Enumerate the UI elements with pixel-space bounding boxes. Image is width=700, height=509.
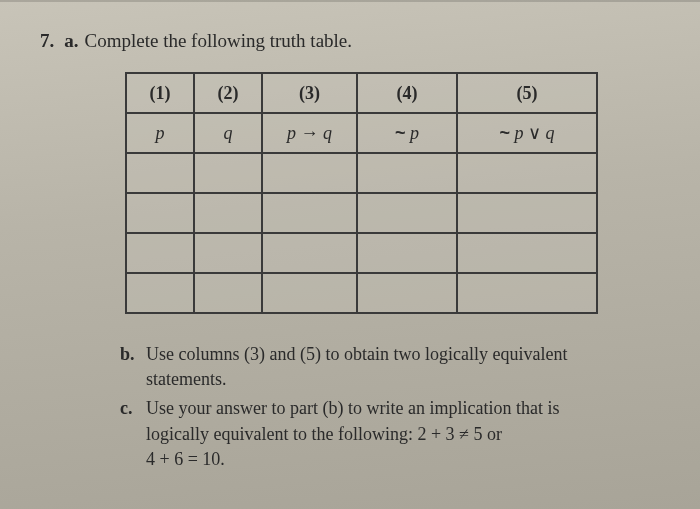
header-col3: (3) (262, 73, 357, 113)
subheader-implies: p → q (262, 113, 357, 153)
cell (262, 193, 357, 233)
cell (262, 233, 357, 273)
part-c: c. Use your answer to part (b) to write … (120, 396, 620, 472)
header-col2: (2) (194, 73, 262, 113)
part-c-line2: 4 + 6 = 10. (146, 449, 225, 469)
question-header: 7. a. Complete the following truth table… (40, 30, 660, 52)
subheader-notp: ~ p (357, 113, 457, 153)
subheader-q: q (194, 113, 262, 153)
cell (262, 153, 357, 193)
cell (357, 193, 457, 233)
part-b-text: Use columns (3) and (5) to obtain two lo… (146, 342, 620, 392)
part-c-text: Use your answer to part (b) to write an … (146, 396, 620, 472)
table-row (126, 193, 597, 233)
truth-table: (1) (2) (3) (4) (5) p q p → q ~ p ~ p ∨ … (125, 72, 598, 314)
cell (357, 233, 457, 273)
header-col1: (1) (126, 73, 194, 113)
table-row (126, 233, 597, 273)
cell (126, 273, 194, 313)
part-a-prompt: Complete the following truth table. (85, 30, 353, 52)
cell (194, 153, 262, 193)
subheader-notporq: ~ p ∨ q (457, 113, 597, 153)
part-b: b. Use columns (3) and (5) to obtain two… (120, 342, 620, 392)
cell (457, 273, 597, 313)
cell (262, 273, 357, 313)
part-c-letter: c. (120, 396, 138, 472)
cell (126, 153, 194, 193)
subparts: b. Use columns (3) and (5) to obtain two… (40, 342, 660, 472)
page-content: 7. a. Complete the following truth table… (0, 0, 700, 509)
subheader-p: p (126, 113, 194, 153)
cell (457, 153, 597, 193)
cell (194, 193, 262, 233)
cell (357, 153, 457, 193)
cell (457, 233, 597, 273)
cell (457, 193, 597, 233)
table-row (126, 153, 597, 193)
cell (126, 233, 194, 273)
cell (126, 193, 194, 233)
header-col5: (5) (457, 73, 597, 113)
part-a-letter: a. (64, 30, 78, 52)
header-col4: (4) (357, 73, 457, 113)
cell (357, 273, 457, 313)
table-subheader-row: p q p → q ~ p ~ p ∨ q (126, 113, 597, 153)
cell (194, 233, 262, 273)
part-c-line1: Use your answer to part (b) to write an … (146, 398, 559, 443)
part-b-letter: b. (120, 342, 138, 392)
table-header-row: (1) (2) (3) (4) (5) (126, 73, 597, 113)
table-row (126, 273, 597, 313)
question-number: 7. (40, 30, 54, 52)
cell (194, 273, 262, 313)
